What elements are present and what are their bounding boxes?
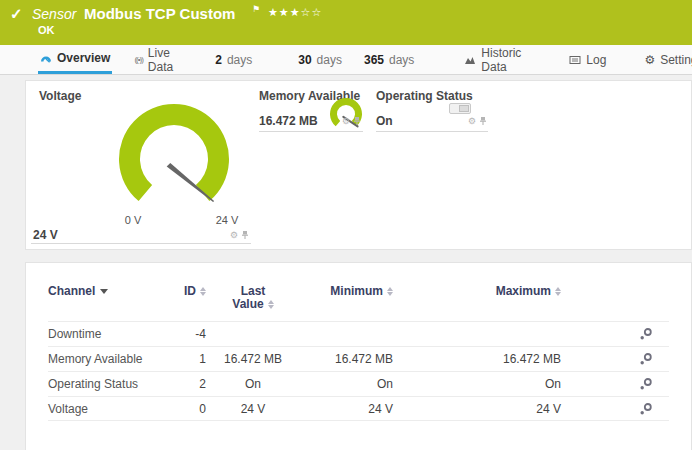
channel-name: Operating Status	[48, 377, 168, 391]
operating-status-value: On	[376, 114, 393, 128]
stars-filled[interactable]: ★★★	[268, 6, 301, 18]
area-chart-icon	[464, 54, 476, 66]
operating-pin-icon[interactable]	[479, 112, 487, 130]
tab-bar: Overview ((•)) Live Data 2 days 30 days …	[0, 45, 692, 75]
tab-365-days-label: days	[389, 53, 414, 67]
channels-table-panel: Channel ID LastValue Minimum Maximum Dow…	[25, 262, 692, 450]
memory-gauge-panel: Memory Available 16.472 MB ⚙	[259, 81, 363, 132]
gauges-panel: Voltage 0 V 24 V 24 V ⚙ Memory Available…	[25, 80, 692, 250]
voltage-gear-icon[interactable]: ⚙	[230, 231, 238, 240]
column-header-id[interactable]: ID	[168, 285, 206, 298]
tab-30-days[interactable]: 30 days	[296, 45, 344, 74]
channel-id: 1	[168, 352, 206, 366]
channel-maximum: 24 V	[393, 402, 561, 416]
channel-settings-icon[interactable]	[639, 352, 653, 366]
channel-maximum: On	[393, 377, 561, 391]
table-row-memory-available[interactable]: Memory Available 1 16.472 MB 16.472 MB 1…	[48, 346, 669, 371]
column-header-channel[interactable]: Channel	[48, 285, 168, 298]
gear-icon: ⚙	[644, 54, 655, 66]
operating-status-panel: Operating Status On ⚙	[376, 81, 488, 132]
sensor-title: Modbus TCP Custom	[84, 5, 235, 22]
tab-live-data-label: Live Data	[148, 46, 173, 74]
tab-historic-data[interactable]: Historic Data	[462, 45, 523, 74]
channel-last-value: On	[206, 377, 300, 391]
tab-365-days-number: 365	[364, 53, 384, 67]
voltage-scale-min: 0 V	[116, 214, 150, 226]
channel-minimum: On	[300, 377, 393, 391]
voltage-gauge-panel: Voltage 0 V 24 V 24 V ⚙	[26, 81, 251, 245]
tab-overview[interactable]: Overview	[38, 45, 112, 74]
channel-name: Downtime	[48, 327, 168, 341]
broadcast-icon: ((•))	[134, 55, 142, 64]
channel-id: -4	[168, 327, 206, 341]
channel-settings-icon[interactable]	[639, 377, 653, 391]
table-header-row: Channel ID LastValue Minimum Maximum	[48, 285, 669, 321]
sort-desc-icon	[100, 289, 108, 294]
channel-maximum: 16.472 MB	[393, 352, 561, 366]
voltage-current-value: 24 V	[33, 228, 58, 242]
channel-settings-icon[interactable]	[639, 402, 653, 416]
tab-log[interactable]: Log	[567, 45, 608, 74]
tab-settings[interactable]: ⚙ Settings	[642, 45, 692, 74]
voltage-value-row: 24 V ⚙	[31, 227, 251, 244]
tab-overview-label: Overview	[57, 51, 110, 65]
channel-last-value: 24 V	[206, 402, 300, 416]
channel-minimum: 16.472 MB	[300, 352, 393, 366]
tab-365-days[interactable]: 365 days	[362, 45, 416, 74]
channel-id: 0	[168, 402, 206, 416]
channel-name: Memory Available	[48, 352, 168, 366]
column-header-maximum[interactable]: Maximum	[393, 285, 561, 298]
tab-2-days-label: days	[227, 53, 252, 67]
channels-table: Channel ID LastValue Minimum Maximum Dow…	[48, 263, 669, 421]
flag-icon[interactable]: ⚑	[252, 4, 260, 14]
status-ok-check-icon: ✓	[10, 5, 23, 23]
table-row-downtime[interactable]: Downtime -4	[48, 321, 669, 346]
channel-name: Voltage	[48, 402, 168, 416]
table-row-operating-status[interactable]: Operating Status 2 On On On	[48, 371, 669, 396]
channel-settings-icon[interactable]	[639, 327, 653, 341]
voltage-scale-max: 24 V	[210, 214, 244, 226]
tab-30-days-label: days	[317, 53, 342, 67]
sort-icon	[555, 287, 561, 296]
sensor-priority-stars[interactable]: ★★★☆☆	[268, 6, 322, 19]
log-list-icon	[569, 54, 581, 66]
operating-gear-icon[interactable]: ⚙	[468, 117, 476, 126]
stars-empty[interactable]: ☆☆	[301, 6, 323, 18]
memory-gear-icon[interactable]: ⚙	[342, 117, 350, 126]
channel-id: 2	[168, 377, 206, 391]
operating-status-title: Operating Status	[376, 89, 473, 103]
voltage-panel-title: Voltage	[39, 89, 81, 103]
tab-30-days-number: 30	[298, 53, 311, 67]
tab-live-data[interactable]: ((•)) Live Data	[132, 45, 175, 74]
sort-icon	[268, 300, 274, 309]
tab-historic-data-label: Historic Data	[481, 46, 521, 74]
memory-pin-icon[interactable]	[353, 112, 361, 130]
tab-log-label: Log	[586, 53, 606, 67]
object-kind-label: Sensor	[32, 6, 76, 22]
tab-2-days[interactable]: 2 days	[213, 45, 254, 74]
channel-last-value: 16.472 MB	[206, 352, 300, 366]
column-header-minimum[interactable]: Minimum	[300, 285, 393, 298]
memory-current-value: 16.472 MB	[259, 114, 318, 128]
switch-knob	[459, 105, 469, 112]
sensor-header: ✓ Sensor Modbus TCP Custom ⚑ ★★★☆☆ OK	[0, 0, 692, 45]
channel-minimum: 24 V	[300, 402, 393, 416]
voltage-gauge	[114, 101, 234, 213]
table-row-voltage[interactable]: Voltage 0 24 V 24 V 24 V	[48, 396, 669, 421]
column-header-last-value[interactable]: LastValue	[206, 285, 300, 311]
gauge-icon	[40, 52, 52, 64]
voltage-pin-icon[interactable]	[241, 226, 249, 244]
sensor-status-text: OK	[38, 24, 55, 36]
tab-settings-label: Settings	[660, 53, 692, 67]
tab-2-days-number: 2	[215, 53, 222, 67]
